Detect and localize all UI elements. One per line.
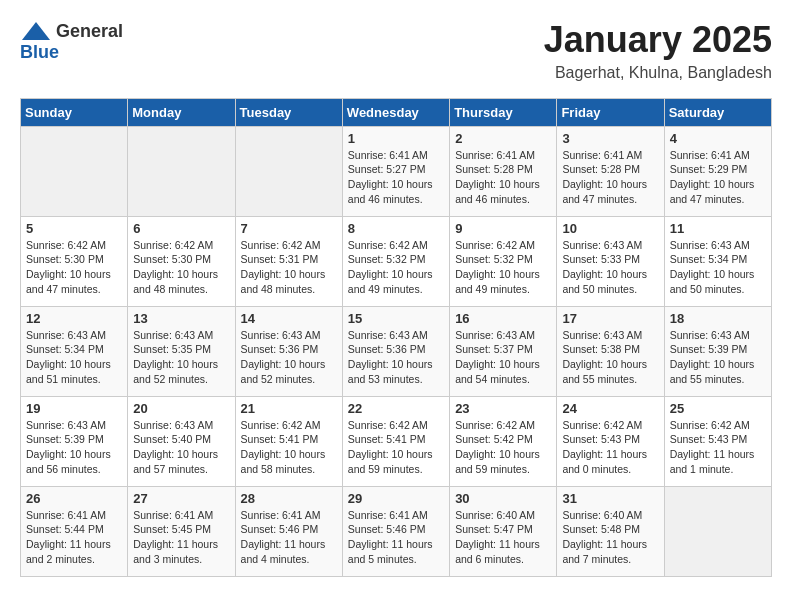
day-number: 28 [241,491,337,506]
calendar-cell: 16Sunrise: 6:43 AM Sunset: 5:37 PM Dayli… [450,306,557,396]
day-info: Sunrise: 6:43 AM Sunset: 5:35 PM Dayligh… [133,328,229,387]
day-info: Sunrise: 6:43 AM Sunset: 5:33 PM Dayligh… [562,238,658,297]
calendar-cell: 6Sunrise: 6:42 AM Sunset: 5:30 PM Daylig… [128,216,235,306]
header-day-tuesday: Tuesday [235,98,342,126]
day-info: Sunrise: 6:43 AM Sunset: 5:40 PM Dayligh… [133,418,229,477]
day-number: 26 [26,491,122,506]
day-info: Sunrise: 6:42 AM Sunset: 5:41 PM Dayligh… [348,418,444,477]
day-number: 20 [133,401,229,416]
week-row-5: 26Sunrise: 6:41 AM Sunset: 5:44 PM Dayli… [21,486,772,576]
logo: General Blue [20,20,123,63]
calendar-cell: 14Sunrise: 6:43 AM Sunset: 5:36 PM Dayli… [235,306,342,396]
header-day-thursday: Thursday [450,98,557,126]
day-number: 2 [455,131,551,146]
day-info: Sunrise: 6:43 AM Sunset: 5:34 PM Dayligh… [670,238,766,297]
day-info: Sunrise: 6:43 AM Sunset: 5:39 PM Dayligh… [26,418,122,477]
calendar-cell: 7Sunrise: 6:42 AM Sunset: 5:31 PM Daylig… [235,216,342,306]
day-info: Sunrise: 6:41 AM Sunset: 5:28 PM Dayligh… [562,148,658,207]
calendar-cell: 25Sunrise: 6:42 AM Sunset: 5:43 PM Dayli… [664,396,771,486]
day-number: 8 [348,221,444,236]
day-number: 3 [562,131,658,146]
day-number: 6 [133,221,229,236]
day-number: 11 [670,221,766,236]
header-day-saturday: Saturday [664,98,771,126]
calendar-cell: 12Sunrise: 6:43 AM Sunset: 5:34 PM Dayli… [21,306,128,396]
day-number: 25 [670,401,766,416]
calendar-cell: 30Sunrise: 6:40 AM Sunset: 5:47 PM Dayli… [450,486,557,576]
logo-blue: Blue [20,42,59,62]
day-number: 16 [455,311,551,326]
calendar-cell: 28Sunrise: 6:41 AM Sunset: 5:46 PM Dayli… [235,486,342,576]
header-day-monday: Monday [128,98,235,126]
calendar-cell [21,126,128,216]
calendar-cell: 21Sunrise: 6:42 AM Sunset: 5:41 PM Dayli… [235,396,342,486]
calendar-cell: 29Sunrise: 6:41 AM Sunset: 5:46 PM Dayli… [342,486,449,576]
day-number: 4 [670,131,766,146]
calendar-cell: 31Sunrise: 6:40 AM Sunset: 5:48 PM Dayli… [557,486,664,576]
svg-marker-0 [22,22,50,40]
day-number: 30 [455,491,551,506]
day-info: Sunrise: 6:42 AM Sunset: 5:31 PM Dayligh… [241,238,337,297]
logo-general: General [56,21,123,41]
day-info: Sunrise: 6:43 AM Sunset: 5:38 PM Dayligh… [562,328,658,387]
day-number: 27 [133,491,229,506]
day-info: Sunrise: 6:42 AM Sunset: 5:30 PM Dayligh… [133,238,229,297]
calendar-cell: 23Sunrise: 6:42 AM Sunset: 5:42 PM Dayli… [450,396,557,486]
day-number: 13 [133,311,229,326]
header-day-sunday: Sunday [21,98,128,126]
calendar-body: 1Sunrise: 6:41 AM Sunset: 5:27 PM Daylig… [21,126,772,576]
day-info: Sunrise: 6:43 AM Sunset: 5:36 PM Dayligh… [241,328,337,387]
day-info: Sunrise: 6:43 AM Sunset: 5:34 PM Dayligh… [26,328,122,387]
day-number: 12 [26,311,122,326]
day-info: Sunrise: 6:42 AM Sunset: 5:32 PM Dayligh… [455,238,551,297]
day-info: Sunrise: 6:41 AM Sunset: 5:29 PM Dayligh… [670,148,766,207]
day-info: Sunrise: 6:41 AM Sunset: 5:46 PM Dayligh… [348,508,444,567]
calendar-cell: 3Sunrise: 6:41 AM Sunset: 5:28 PM Daylig… [557,126,664,216]
header-row: SundayMondayTuesdayWednesdayThursdayFrid… [21,98,772,126]
calendar-cell: 18Sunrise: 6:43 AM Sunset: 5:39 PM Dayli… [664,306,771,396]
calendar-title: January 2025 [544,20,772,60]
page-header: General Blue January 2025 Bagerhat, Khul… [20,20,772,82]
calendar-cell [235,126,342,216]
calendar-cell: 9Sunrise: 6:42 AM Sunset: 5:32 PM Daylig… [450,216,557,306]
calendar-cell: 15Sunrise: 6:43 AM Sunset: 5:36 PM Dayli… [342,306,449,396]
day-info: Sunrise: 6:41 AM Sunset: 5:27 PM Dayligh… [348,148,444,207]
day-info: Sunrise: 6:42 AM Sunset: 5:43 PM Dayligh… [562,418,658,477]
calendar-cell: 26Sunrise: 6:41 AM Sunset: 5:44 PM Dayli… [21,486,128,576]
day-number: 29 [348,491,444,506]
day-number: 24 [562,401,658,416]
day-number: 15 [348,311,444,326]
day-number: 22 [348,401,444,416]
calendar-cell: 8Sunrise: 6:42 AM Sunset: 5:32 PM Daylig… [342,216,449,306]
day-number: 31 [562,491,658,506]
day-info: Sunrise: 6:42 AM Sunset: 5:43 PM Dayligh… [670,418,766,477]
calendar-cell: 24Sunrise: 6:42 AM Sunset: 5:43 PM Dayli… [557,396,664,486]
logo-icon [20,20,52,42]
week-row-2: 5Sunrise: 6:42 AM Sunset: 5:30 PM Daylig… [21,216,772,306]
calendar-cell: 13Sunrise: 6:43 AM Sunset: 5:35 PM Dayli… [128,306,235,396]
day-info: Sunrise: 6:41 AM Sunset: 5:44 PM Dayligh… [26,508,122,567]
day-info: Sunrise: 6:40 AM Sunset: 5:47 PM Dayligh… [455,508,551,567]
day-info: Sunrise: 6:43 AM Sunset: 5:37 PM Dayligh… [455,328,551,387]
calendar-cell: 4Sunrise: 6:41 AM Sunset: 5:29 PM Daylig… [664,126,771,216]
calendar-cell: 5Sunrise: 6:42 AM Sunset: 5:30 PM Daylig… [21,216,128,306]
day-info: Sunrise: 6:41 AM Sunset: 5:45 PM Dayligh… [133,508,229,567]
calendar-cell: 10Sunrise: 6:43 AM Sunset: 5:33 PM Dayli… [557,216,664,306]
day-info: Sunrise: 6:43 AM Sunset: 5:36 PM Dayligh… [348,328,444,387]
day-info: Sunrise: 6:42 AM Sunset: 5:41 PM Dayligh… [241,418,337,477]
day-number: 23 [455,401,551,416]
week-row-1: 1Sunrise: 6:41 AM Sunset: 5:27 PM Daylig… [21,126,772,216]
day-info: Sunrise: 6:42 AM Sunset: 5:30 PM Dayligh… [26,238,122,297]
day-number: 14 [241,311,337,326]
day-info: Sunrise: 6:40 AM Sunset: 5:48 PM Dayligh… [562,508,658,567]
day-info: Sunrise: 6:41 AM Sunset: 5:46 PM Dayligh… [241,508,337,567]
day-number: 17 [562,311,658,326]
day-number: 19 [26,401,122,416]
calendar-table: SundayMondayTuesdayWednesdayThursdayFrid… [20,98,772,577]
day-number: 21 [241,401,337,416]
day-info: Sunrise: 6:42 AM Sunset: 5:42 PM Dayligh… [455,418,551,477]
day-number: 7 [241,221,337,236]
day-info: Sunrise: 6:41 AM Sunset: 5:28 PM Dayligh… [455,148,551,207]
calendar-cell [664,486,771,576]
calendar-cell: 2Sunrise: 6:41 AM Sunset: 5:28 PM Daylig… [450,126,557,216]
